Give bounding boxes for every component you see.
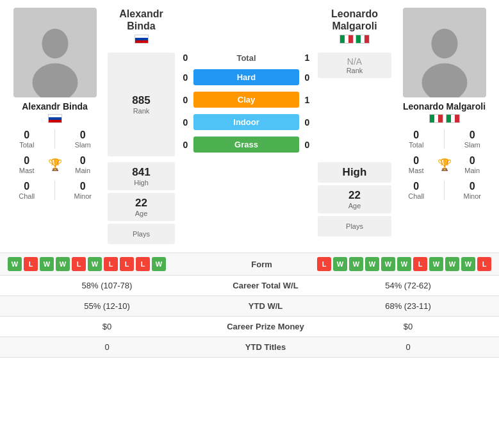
- right-total-cell: 0 Total: [395, 127, 438, 151]
- right-high-value: High: [343, 166, 367, 179]
- form-badge-left: W: [40, 257, 54, 271]
- stat-right-0: 54% (72-62): [325, 281, 491, 290]
- left-chall-value: 0: [24, 181, 29, 192]
- hard-row: 0 Hard 0: [177, 69, 315, 85]
- names-row: Alexandr Binda Leonardo Malgaroli: [108, 8, 391, 46]
- right-age-panel: 22 Age: [318, 185, 391, 213]
- clay-btn[interactable]: Clay: [193, 92, 299, 108]
- left-rank-value: 885: [132, 94, 150, 107]
- right-high-panel: High: [318, 162, 391, 183]
- indoor-btn[interactable]: Indoor: [193, 114, 299, 130]
- left-high-label: High: [134, 179, 149, 187]
- right-age-label: Age: [348, 202, 361, 210]
- right-name-center: Leonardo Malgaroli: [318, 8, 391, 46]
- right-slam-label: Slam: [464, 141, 480, 149]
- form-badge-right: W: [397, 257, 411, 271]
- player-right: Leonardo Malgaroli 0 Total 0 Slam 0 Mas: [395, 8, 494, 244]
- divider1: [49, 127, 61, 151]
- right-rank-value: N/A: [347, 56, 362, 67]
- left-mast-label: Mast: [19, 167, 35, 174]
- right-chall-label: Chall: [408, 192, 424, 200]
- left-high-value: 841: [132, 166, 150, 179]
- stat-row: $0 Career Prize Money $0: [0, 317, 499, 337]
- stats-rows: 58% (107-78) Career Total W/L 54% (72-62…: [0, 276, 499, 358]
- flag-it-center: [339, 35, 354, 44]
- player-right-stats: 0 Total 0 Slam 0 Mast 🏆 0 Main: [395, 127, 494, 203]
- stat-right-2: $0: [325, 322, 491, 331]
- form-badge-right: W: [429, 257, 443, 271]
- flag-it-icon2: [446, 114, 460, 123]
- comparison-top: Alexandr Binda 0 Total 0 Slam 0 Mast: [0, 0, 499, 249]
- left-high-age: 841 High 22 Age Plays: [108, 162, 175, 244]
- right-chall-value: 0: [413, 181, 419, 192]
- player-right-avatar: [403, 8, 486, 97]
- grass-btn[interactable]: Grass: [193, 137, 299, 153]
- left-age-value: 22: [135, 197, 147, 210]
- form-badge-right: W: [445, 257, 459, 271]
- right-minor-cell: 0 Minor: [451, 178, 495, 203]
- player-left-flag-row: [48, 114, 62, 123]
- hard-btn[interactable]: Hard: [193, 69, 299, 85]
- left-slam-cell: 0 Slam: [61, 127, 105, 151]
- form-badge-left: W: [88, 257, 102, 271]
- grass-right: 0: [299, 140, 315, 150]
- right-total-label: Total: [409, 141, 423, 149]
- stat-right-3: 0: [325, 342, 491, 352]
- bottom-section: WLWWLWLLLW Form LWWWWWLWWWL 58% (107-78)…: [0, 253, 499, 358]
- left-total-label: Total: [19, 141, 34, 149]
- total-label: Total: [193, 53, 299, 63]
- form-badge-right: L: [317, 257, 331, 271]
- left-chall-label: Chall: [19, 192, 35, 200]
- right-total-value: 0: [413, 129, 419, 141]
- stat-left-1: 55% (12-10): [8, 301, 206, 311]
- right-name-display: Leonardo Malgaroli: [318, 8, 391, 32]
- player-right-flag-row: [429, 114, 460, 123]
- right-main-value: 0: [470, 155, 475, 167]
- right-minor-value: 0: [470, 181, 475, 192]
- trophy-right: 🏆: [438, 153, 451, 177]
- trophy-left: 🏆: [49, 153, 61, 177]
- stat-right-1: 68% (23-11): [325, 301, 491, 311]
- stat-left-2: $0: [8, 322, 206, 331]
- form-badge-right: W: [333, 257, 347, 271]
- left-rank-label: Rank: [133, 107, 150, 115]
- left-total-cell: 0 Total: [5, 127, 49, 151]
- stat-row: 0 YTD Titles 0: [0, 337, 499, 358]
- stat-label-3: YTD Titles: [206, 342, 325, 352]
- center-spacer2: [177, 162, 315, 244]
- stat-label-0: Career Total W/L: [206, 281, 325, 290]
- form-badge-right: L: [413, 257, 427, 271]
- form-label: Form: [206, 260, 317, 269]
- right-rank-label: Rank: [347, 67, 363, 74]
- clay-row: 0 Clay 1: [177, 92, 315, 108]
- clay-left: 0: [177, 95, 193, 105]
- left-main-value: 0: [80, 155, 86, 167]
- form-row: WLWWLWLLLW Form LWWWWWLWWWL: [0, 253, 499, 276]
- clay-right: 1: [299, 95, 315, 105]
- divider3: [438, 127, 451, 151]
- trophy-left-icon: 🏆: [48, 159, 62, 170]
- form-badge-left: W: [8, 257, 22, 271]
- divider4: [438, 178, 451, 203]
- right-mast-value: 0: [413, 155, 419, 167]
- indoor-left: 0: [177, 117, 193, 128]
- total-score-left: 0: [177, 53, 193, 63]
- player-left-name: Alexandr Binda: [22, 101, 88, 112]
- flag-it-icon: [429, 114, 443, 123]
- high-age-row: 841 High 22 Age Plays High: [108, 162, 391, 244]
- spacer: [175, 8, 318, 46]
- hard-left: 0: [177, 72, 193, 83]
- left-high-panel: 841 High: [108, 162, 175, 190]
- form-badge-right: W: [461, 257, 475, 271]
- right-high-age: High 22 Age Plays: [318, 162, 391, 244]
- left-rank-panel: 885 Rank: [108, 53, 175, 156]
- svg-point-0: [42, 29, 68, 59]
- stat-row: 55% (12-10) YTD W/L 68% (23-11): [0, 296, 499, 317]
- hard-right: 0: [299, 72, 315, 83]
- left-mast-cell: 0 Mast: [5, 153, 49, 177]
- right-age-value: 22: [348, 189, 361, 202]
- left-name-center: Alexandr Binda: [108, 8, 175, 46]
- form-badge-left: L: [72, 257, 86, 271]
- right-plays-panel: Plays: [318, 216, 391, 236]
- right-mast-label: Mast: [409, 167, 424, 174]
